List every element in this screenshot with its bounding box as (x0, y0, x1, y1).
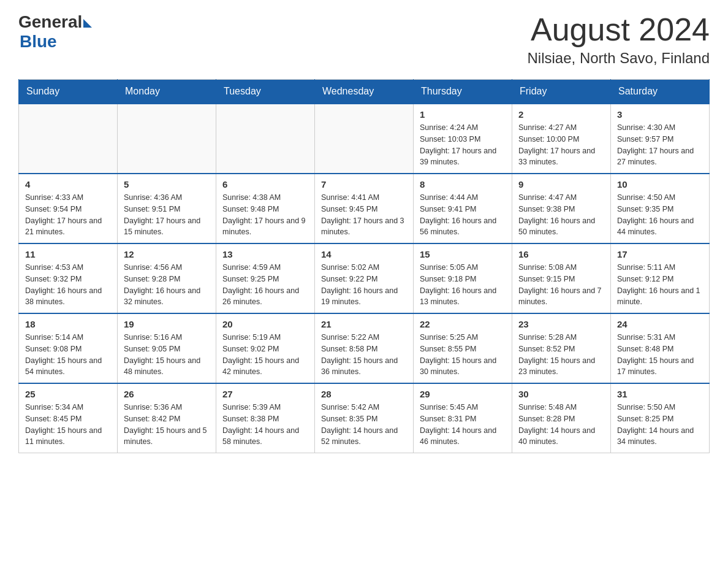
day-info: Sunrise: 5:08 AM Sunset: 9:15 PM Dayligh… (518, 262, 604, 308)
day-info: Sunrise: 5:48 AM Sunset: 8:28 PM Dayligh… (518, 402, 604, 448)
day-info: Sunrise: 5:34 AM Sunset: 8:45 PM Dayligh… (25, 402, 111, 448)
day-number: 16 (518, 249, 604, 259)
day-info: Sunrise: 4:36 AM Sunset: 9:51 PM Dayligh… (124, 192, 210, 238)
day-info: Sunrise: 5:16 AM Sunset: 9:05 PM Dayligh… (124, 332, 210, 378)
day-number: 21 (321, 319, 407, 329)
day-number: 18 (25, 319, 111, 329)
day-info: Sunrise: 4:56 AM Sunset: 9:28 PM Dayligh… (124, 262, 210, 308)
calendar-cell: 11Sunrise: 4:53 AM Sunset: 9:32 PM Dayli… (19, 243, 118, 313)
day-info: Sunrise: 5:11 AM Sunset: 9:12 PM Dayligh… (617, 262, 703, 308)
logo-blue: Blue (20, 32, 92, 52)
logo: General Blue (18, 12, 92, 52)
calendar-cell: 25Sunrise: 5:34 AM Sunset: 8:45 PM Dayli… (19, 383, 118, 453)
calendar-cell: 31Sunrise: 5:50 AM Sunset: 8:25 PM Dayli… (611, 383, 710, 453)
day-number: 22 (420, 319, 506, 329)
day-info: Sunrise: 5:19 AM Sunset: 9:02 PM Dayligh… (222, 332, 308, 378)
calendar-cell: 10Sunrise: 4:50 AM Sunset: 9:35 PM Dayli… (611, 174, 710, 243)
logo-general: General (18, 12, 82, 32)
calendar-week-row: 11Sunrise: 4:53 AM Sunset: 9:32 PM Dayli… (19, 243, 710, 313)
calendar-table: SundayMondayTuesdayWednesdayThursdayFrid… (18, 79, 710, 453)
calendar-cell: 2Sunrise: 4:27 AM Sunset: 10:00 PM Dayli… (512, 104, 611, 174)
day-info: Sunrise: 4:30 AM Sunset: 9:57 PM Dayligh… (617, 122, 703, 168)
day-number: 2 (518, 109, 604, 120)
calendar-title: August 2024 (528, 12, 710, 47)
calendar-subtitle: Nilsiae, North Savo, Finland (528, 50, 710, 67)
calendar-cell: 30Sunrise: 5:48 AM Sunset: 8:28 PM Dayli… (512, 383, 611, 453)
day-of-week-header: Wednesday (315, 80, 414, 104)
page-header: General Blue August 2024 Nilsiae, North … (18, 12, 710, 67)
day-number: 25 (25, 389, 111, 399)
day-number: 27 (222, 389, 308, 399)
day-info: Sunrise: 4:53 AM Sunset: 9:32 PM Dayligh… (25, 262, 111, 308)
day-number: 11 (25, 249, 111, 259)
day-number: 10 (617, 179, 703, 190)
day-info: Sunrise: 5:05 AM Sunset: 9:18 PM Dayligh… (420, 262, 506, 308)
calendar-cell: 28Sunrise: 5:42 AM Sunset: 8:35 PM Dayli… (315, 383, 414, 453)
day-number: 9 (518, 179, 604, 190)
calendar-week-row: 1Sunrise: 4:24 AM Sunset: 10:03 PM Dayli… (19, 104, 710, 174)
day-info: Sunrise: 5:22 AM Sunset: 8:58 PM Dayligh… (321, 332, 407, 378)
calendar-cell: 22Sunrise: 5:25 AM Sunset: 8:55 PM Dayli… (414, 313, 512, 383)
day-info: Sunrise: 5:31 AM Sunset: 8:48 PM Dayligh… (617, 332, 703, 378)
day-info: Sunrise: 5:45 AM Sunset: 8:31 PM Dayligh… (420, 402, 506, 448)
logo-triangle-icon (83, 19, 92, 28)
day-info: Sunrise: 4:27 AM Sunset: 10:00 PM Daylig… (518, 122, 604, 168)
day-number: 15 (420, 249, 506, 259)
day-number: 12 (124, 249, 210, 259)
calendar-cell: 6Sunrise: 4:38 AM Sunset: 9:48 PM Daylig… (216, 174, 315, 243)
calendar-header-row: SundayMondayTuesdayWednesdayThursdayFrid… (19, 80, 710, 104)
day-of-week-header: Tuesday (216, 80, 315, 104)
calendar-cell: 13Sunrise: 4:59 AM Sunset: 9:25 PM Dayli… (216, 243, 315, 313)
day-info: Sunrise: 4:59 AM Sunset: 9:25 PM Dayligh… (222, 262, 308, 308)
day-number: 6 (222, 179, 308, 190)
day-number: 8 (420, 179, 506, 190)
day-number: 7 (321, 179, 407, 190)
day-number: 20 (222, 319, 308, 329)
day-info: Sunrise: 5:25 AM Sunset: 8:55 PM Dayligh… (420, 332, 506, 378)
day-of-week-header: Friday (512, 80, 611, 104)
day-number: 1 (420, 109, 506, 120)
day-number: 19 (124, 319, 210, 329)
calendar-cell: 20Sunrise: 5:19 AM Sunset: 9:02 PM Dayli… (216, 313, 315, 383)
day-number: 23 (518, 319, 604, 329)
title-section: August 2024 Nilsiae, North Savo, Finland (528, 12, 710, 67)
calendar-cell: 9Sunrise: 4:47 AM Sunset: 9:38 PM Daylig… (512, 174, 611, 243)
day-info: Sunrise: 5:28 AM Sunset: 8:52 PM Dayligh… (518, 332, 604, 378)
calendar-cell: 17Sunrise: 5:11 AM Sunset: 9:12 PM Dayli… (611, 243, 710, 313)
day-of-week-header: Sunday (19, 80, 118, 104)
calendar-cell: 8Sunrise: 4:44 AM Sunset: 9:41 PM Daylig… (414, 174, 512, 243)
day-number: 31 (617, 389, 703, 399)
calendar-cell: 21Sunrise: 5:22 AM Sunset: 8:58 PM Dayli… (315, 313, 414, 383)
day-info: Sunrise: 4:38 AM Sunset: 9:48 PM Dayligh… (222, 192, 308, 238)
calendar-cell: 19Sunrise: 5:16 AM Sunset: 9:05 PM Dayli… (118, 313, 216, 383)
day-info: Sunrise: 4:41 AM Sunset: 9:45 PM Dayligh… (321, 192, 407, 238)
calendar-cell: 18Sunrise: 5:14 AM Sunset: 9:08 PM Dayli… (19, 313, 118, 383)
day-info: Sunrise: 4:24 AM Sunset: 10:03 PM Daylig… (420, 122, 506, 168)
calendar-cell: 15Sunrise: 5:05 AM Sunset: 9:18 PM Dayli… (414, 243, 512, 313)
calendar-cell (315, 104, 414, 174)
day-number: 14 (321, 249, 407, 259)
day-number: 24 (617, 319, 703, 329)
day-info: Sunrise: 5:36 AM Sunset: 8:42 PM Dayligh… (124, 402, 210, 448)
day-number: 28 (321, 389, 407, 399)
calendar-cell (118, 104, 216, 174)
day-number: 26 (124, 389, 210, 399)
calendar-cell: 29Sunrise: 5:45 AM Sunset: 8:31 PM Dayli… (414, 383, 512, 453)
day-info: Sunrise: 5:39 AM Sunset: 8:38 PM Dayligh… (222, 402, 308, 448)
calendar-cell: 16Sunrise: 5:08 AM Sunset: 9:15 PM Dayli… (512, 243, 611, 313)
calendar-week-row: 18Sunrise: 5:14 AM Sunset: 9:08 PM Dayli… (19, 313, 710, 383)
day-number: 5 (124, 179, 210, 190)
day-number: 4 (25, 179, 111, 190)
calendar-cell: 24Sunrise: 5:31 AM Sunset: 8:48 PM Dayli… (611, 313, 710, 383)
day-info: Sunrise: 5:14 AM Sunset: 9:08 PM Dayligh… (25, 332, 111, 378)
day-info: Sunrise: 4:44 AM Sunset: 9:41 PM Dayligh… (420, 192, 506, 238)
day-info: Sunrise: 4:47 AM Sunset: 9:38 PM Dayligh… (518, 192, 604, 238)
calendar-week-row: 4Sunrise: 4:33 AM Sunset: 9:54 PM Daylig… (19, 174, 710, 243)
day-info: Sunrise: 4:33 AM Sunset: 9:54 PM Dayligh… (25, 192, 111, 238)
calendar-cell: 3Sunrise: 4:30 AM Sunset: 9:57 PM Daylig… (611, 104, 710, 174)
calendar-week-row: 25Sunrise: 5:34 AM Sunset: 8:45 PM Dayli… (19, 383, 710, 453)
day-number: 17 (617, 249, 703, 259)
day-number: 29 (420, 389, 506, 399)
calendar-cell (216, 104, 315, 174)
day-of-week-header: Saturday (611, 80, 710, 104)
